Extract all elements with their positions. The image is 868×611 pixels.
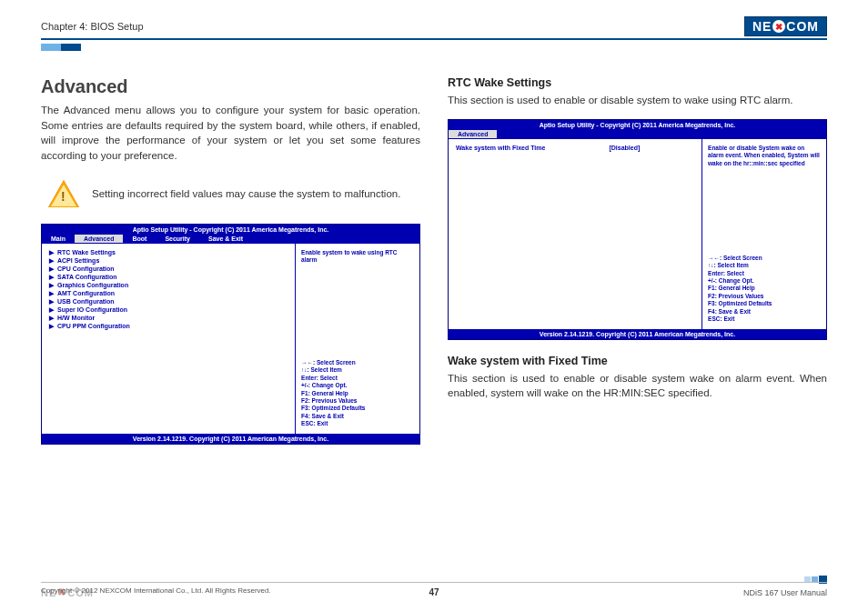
section-heading: Advanced [41,76,420,97]
bios-key-help: →←: Select Screen ↑↓: Select Item Enter:… [708,255,821,324]
bios-key-help: →←: Select Screen ↑↓: Select Item Enter:… [301,359,414,428]
left-column: Advanced The Advanced menu allows you to… [41,76,420,445]
bios-tabs: Main Advanced Boot Security Save & Exit [42,235,419,243]
warning-icon: ! [48,180,79,207]
warning-callout: ! Setting incorrect field values may cau… [48,180,420,207]
bios-menu-items: ▶RTC Wake Settings ▶ACPI Settings ▶CPU C… [42,244,295,434]
bios-side-desc: Enable or disable System wake on alarm e… [708,145,821,167]
bios-tab-advanced: Advanced [449,130,497,138]
nexcom-logo: NE ✖ COM [744,16,827,36]
bios-tabs: Advanced [449,130,826,138]
copyright-text: Copyright © 2012 NEXCOM International Co… [41,586,271,595]
bios-help-panel: Enable system to wake using RTC alarm →←… [295,244,419,434]
chapter-title: Chapter 4: BIOS Setup [41,21,144,32]
bios-tab-boot: Boot [123,235,156,243]
page-footer: NE ✖ COM 47 NDiS 167 User Manual Copyrig… [41,582,827,598]
bios-help-panel: Enable or disable System wake on alarm e… [701,139,826,329]
header-flag-decor [41,44,81,51]
bios-tab-saveexit: Save & Exit [199,235,252,243]
bios-side-desc: Enable system to wake using RTC alarm [301,249,414,265]
bios-tab-advanced: Advanced [75,235,123,243]
logo-x-icon: ✖ [772,20,785,33]
page-header: Chapter 4: BIOS Setup NE ✖ COM [41,16,827,40]
bios-tab-security: Security [156,235,199,243]
wake-heading: Wake system with Fixed Time [448,355,827,367]
intro-text: The Advanced menu allows you to configur… [41,103,420,164]
rtc-heading: RTC Wake Settings [448,76,827,89]
bios-title: Aptio Setup Utility - Copyright (C) 2011… [42,225,419,235]
warning-text: Setting incorrect field values may cause… [92,186,400,201]
right-column: RTC Wake Settings This section is used t… [448,76,827,445]
bios-menu-items: Wake system with Fixed Time [Disabled] [449,139,701,329]
wake-text: This section is used to enable or disabl… [448,371,827,401]
bios-title: Aptio Setup Utility - Copyright (C) 2011… [449,120,826,130]
rtc-text: This section is used to enable or disabl… [448,93,827,108]
bios-version: Version 2.14.1219. Copyright (C) 2011 Am… [42,434,419,444]
bios-version: Version 2.14.1219. Copyright (C) 2011 Am… [449,329,826,339]
bios-tab-main: Main [42,235,75,243]
bios-screenshot-advanced: Aptio Setup Utility - Copyright (C) 2011… [41,224,420,445]
bios-screenshot-rtc: Aptio Setup Utility - Copyright (C) 2011… [448,119,827,340]
